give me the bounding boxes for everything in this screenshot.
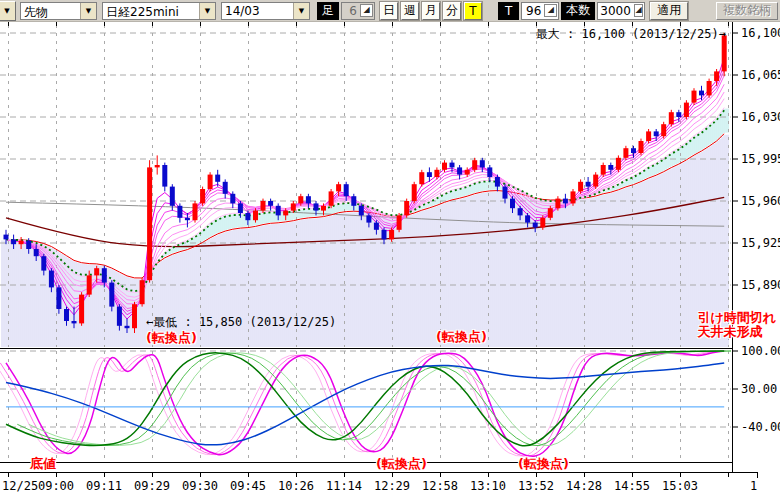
- max-price-annotation: 最大 : 16,100 (2013/12/25)→: [536, 26, 726, 43]
- bottom-price-annotation: 底値: [30, 455, 56, 473]
- turning-point-annotation: (転換点): [518, 455, 569, 473]
- toolbar: ▼ 先物 ▼ 日経225mini ▼ 14/03 ▼ 足 6 ◢ 日 週 月: [0, 0, 780, 22]
- turning-point-annotation: (転換点): [376, 455, 427, 473]
- left-dropdown-button[interactable]: ▼: [0, 1, 16, 21]
- contract-month-value: 14/03: [222, 3, 293, 19]
- chevron-down-icon[interactable]: ▼: [293, 3, 309, 19]
- spinner-icon[interactable]: ◢: [544, 4, 557, 17]
- tick-toggle-button[interactable]: T: [464, 2, 482, 20]
- multi-symbol-button: 複数銘柄: [716, 2, 778, 20]
- price-axis-label: 15,960: [741, 194, 780, 208]
- chart-canvas[interactable]: 16,10016,06516,03015,99515,96015,92515,8…: [0, 0, 780, 500]
- turning-point-annotation: (転換点): [146, 329, 197, 347]
- time-axis-label: 12/25: [2, 479, 38, 493]
- close-notice-line1: 引け時間切れ: [697, 311, 776, 325]
- t-count-spinner[interactable]: 96 ◢: [521, 2, 559, 20]
- period-week-button[interactable]: 週: [401, 2, 419, 20]
- time-axis-label: 09:00: [38, 479, 74, 493]
- gridlines: [0, 25, 731, 461]
- rci-mid: [6, 351, 724, 446]
- bars-count-spinner[interactable]: 3000 ◢: [597, 2, 645, 20]
- price-axis-label: 15,890: [741, 278, 780, 292]
- time-axis-label: 12:29: [374, 479, 410, 493]
- t-count-value: 96: [522, 4, 543, 18]
- time-axis-label: 09:30: [182, 479, 218, 493]
- spinner-icon[interactable]: ◢: [360, 4, 373, 17]
- apply-button[interactable]: 適用: [650, 2, 688, 20]
- rci-fast-light: [0, 351, 713, 456]
- time-axis-label: 11:14: [326, 479, 362, 493]
- honsu-label-button[interactable]: 本数: [561, 2, 595, 20]
- rci-slow: [6, 363, 724, 445]
- price-axis-label: 16,100: [741, 26, 780, 40]
- rci-fast: [6, 351, 724, 456]
- price-axis-label: 16,030: [741, 110, 780, 124]
- time-axis-label: 13:10: [470, 479, 506, 493]
- chevron-down-icon[interactable]: ▼: [199, 3, 215, 19]
- time-axis-label: 09:29: [134, 479, 170, 493]
- period-minute-button[interactable]: 分: [443, 2, 461, 20]
- time-axis-label: 13:52: [518, 479, 554, 493]
- ashi-count-value: 6: [342, 4, 359, 18]
- time-axis-label: 1: [750, 479, 757, 493]
- time-axis-label: 15:03: [662, 479, 698, 493]
- oscillator-series: [0, 351, 731, 456]
- price-axis-label: 15,925: [741, 236, 780, 250]
- symbol-value: 日経225mini: [103, 3, 199, 19]
- period-day-button[interactable]: 日: [380, 2, 398, 20]
- chevron-down-icon[interactable]: ▼: [80, 3, 96, 19]
- spinner-icon[interactable]: ◢: [634, 4, 643, 17]
- t-label-button[interactable]: T: [498, 2, 519, 20]
- close-notice-annotation: 引け時間切れ 天井未形成: [697, 311, 776, 339]
- chevron-down-icon: ▼: [4, 7, 9, 15]
- time-axis-label: 09:45: [230, 479, 266, 493]
- oscillator-axis-label: 100.00: [741, 344, 780, 358]
- oscillator-axis-label: -40.00: [741, 420, 780, 434]
- period-month-button[interactable]: 月: [422, 2, 440, 20]
- time-axis-label: 10:26: [278, 479, 314, 493]
- oscillator-axis-label: 30.00: [741, 382, 777, 396]
- turning-point-annotation: (転換点): [436, 328, 487, 346]
- chart-application-window: ▼ 先物 ▼ 日経225mini ▼ 14/03 ▼ 足 6 ◢ 日 週 月: [0, 0, 780, 500]
- ashi-label-button[interactable]: 足: [317, 2, 339, 20]
- category-combobox[interactable]: 先物 ▼: [20, 2, 97, 20]
- bars-count-value: 3000: [598, 4, 633, 18]
- contract-month-combobox[interactable]: 14/03 ▼: [221, 2, 310, 20]
- ashi-count-spinner[interactable]: 6 ◢: [341, 2, 375, 20]
- price-axis-label: 15,995: [741, 152, 780, 166]
- time-axis-label: 14:28: [566, 479, 602, 493]
- price-axis-label: 16,065: [741, 68, 780, 82]
- time-axis-label: 12:58: [422, 479, 458, 493]
- symbol-combobox[interactable]: 日経225mini ▼: [102, 2, 216, 20]
- category-value: 先物: [21, 3, 80, 19]
- time-axis-label: 14:55: [614, 479, 650, 493]
- close-notice-line2: 天井未形成: [697, 325, 776, 339]
- time-axis-label: 09:11: [86, 479, 122, 493]
